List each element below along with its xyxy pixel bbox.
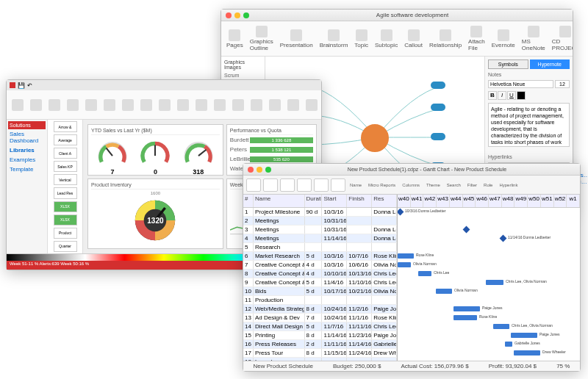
- toolbar-button[interactable]: [331, 178, 345, 192]
- ribbon-button[interactable]: [83, 98, 99, 112]
- ribbon-button[interactable]: [212, 98, 228, 112]
- ribbon-button[interactable]: [101, 98, 118, 112]
- gantt-bar[interactable]: [453, 306, 480, 311]
- gantt-bar[interactable]: [486, 280, 503, 285]
- ribbon-evernote[interactable]: Evernote: [490, 29, 517, 49]
- sidebar-item[interactable]: Libraries: [8, 145, 46, 155]
- ribbon-button[interactable]: [65, 98, 81, 112]
- tab-symbols[interactable]: Symbols: [488, 59, 528, 69]
- gantt-bar[interactable]: [453, 315, 477, 320]
- gantt-bar[interactable]: [398, 253, 414, 259]
- tab-hypernote[interactable]: Hypernote: [530, 59, 570, 69]
- ribbon-brainstorm[interactable]: Brainstorm: [318, 29, 351, 49]
- library-thumb[interactable]: Average: [54, 134, 77, 145]
- table-row[interactable]: 11Production: [243, 296, 397, 305]
- mm-node[interactable]: [431, 133, 445, 140]
- table-row[interactable]: 18Launch: [243, 358, 397, 361]
- ribbon-graphics-outline[interactable]: Graphics Outline: [248, 25, 276, 52]
- library-thumb[interactable]: Lead Res: [54, 187, 77, 198]
- table-row[interactable]: 13Ad Design & Dev7 d10/24/1611/1/16Rose …: [243, 314, 397, 322]
- library-thumb[interactable]: Vertical: [54, 174, 77, 185]
- central-node[interactable]: [361, 124, 389, 152]
- ribbon-callout[interactable]: Callout: [402, 29, 425, 49]
- ribbon-button[interactable]: [304, 98, 320, 112]
- ribbon-ms-onenote[interactable]: MS OneNote: [520, 25, 548, 52]
- toolbar-button[interactable]: [280, 178, 295, 192]
- milestone-diamond[interactable]: [463, 226, 470, 234]
- ribbon-pages[interactable]: Pages: [224, 29, 245, 49]
- ribbon-topic[interactable]: Topic: [352, 29, 370, 49]
- library-thumb[interactable]: Client A: [54, 148, 77, 159]
- gantt-bar[interactable]: [514, 350, 540, 355]
- table-row[interactable]: 4Meetings11/14/16Donna Ledbetter: [243, 234, 397, 243]
- ribbon-button[interactable]: [157, 98, 173, 112]
- ribbon-subtopic[interactable]: Subtopic: [373, 29, 400, 49]
- ribbon-relationship[interactable]: Relationship: [427, 29, 464, 49]
- ribbon-button[interactable]: [193, 98, 209, 112]
- toolbar-button[interactable]: [263, 178, 278, 192]
- table-row[interactable]: 5Research: [243, 243, 397, 252]
- sidebar-item[interactable]: Template: [8, 165, 46, 174]
- gantt-chart[interactable]: w40w41w42w43w44w45w46w47w48w49w50w51w52w…: [398, 195, 580, 361]
- gantt-bar[interactable]: [418, 271, 431, 276]
- table-row[interactable]: 6Market Research5 d10/3/1610/7/16Rose Kl…: [243, 252, 397, 261]
- ribbon-button[interactable]: [175, 98, 191, 112]
- ribbon-button[interactable]: [248, 98, 265, 112]
- library-thumb[interactable]: XLSX: [54, 214, 77, 225]
- milestone-diamond[interactable]: [500, 235, 507, 242]
- library-thumb[interactable]: Quarter: [54, 241, 77, 252]
- bold-icon[interactable]: B: [488, 91, 497, 100]
- ribbon-button[interactable]: [46, 98, 62, 112]
- table-row[interactable]: 7Creative Concept & Design 14 d10/3/1610…: [243, 261, 397, 270]
- gantt-bar[interactable]: [505, 342, 512, 347]
- table-row[interactable]: 2Meetings10/31/16: [243, 217, 397, 225]
- table-row[interactable]: 16Press Releases2 d11/11/1611/14/16Gabri…: [243, 340, 397, 349]
- ribbon-cd-project[interactable]: CD PROJECT: [550, 25, 573, 52]
- gantt-bar[interactable]: [436, 289, 452, 294]
- milestone-diamond[interactable]: [398, 209, 404, 216]
- table-row[interactable]: 14Direct Mail Design5 d11/7/1611/11/16Ch…: [243, 322, 397, 331]
- italic-icon[interactable]: I: [498, 91, 506, 100]
- ribbon-button[interactable]: [267, 98, 283, 112]
- table-row[interactable]: 12Web/Media Strategy8 d10/24/1611/2/16Pa…: [243, 305, 397, 314]
- toolbar-button[interactable]: [314, 178, 329, 192]
- underline-icon[interactable]: U: [507, 91, 516, 100]
- table-row[interactable]: 9Creative Concept & Design 35 d11/4/1611…: [243, 278, 397, 287]
- ribbon-button[interactable]: [138, 98, 154, 112]
- close-icon[interactable]: [248, 167, 254, 173]
- ribbon-presentation[interactable]: Presentation: [278, 29, 315, 49]
- gantt-bar[interactable]: [511, 333, 537, 338]
- toolbar-button[interactable]: [246, 178, 261, 192]
- ribbon-button[interactable]: [28, 98, 44, 112]
- ribbon-button[interactable]: [120, 98, 136, 112]
- library-thumb[interactable]: XLSX: [54, 201, 77, 212]
- mm-node[interactable]: [431, 82, 445, 89]
- sidebar-item[interactable]: Examples: [8, 155, 46, 165]
- library-thumb[interactable]: Product: [54, 228, 77, 239]
- minimize-icon[interactable]: [257, 167, 262, 173]
- zoom-icon[interactable]: [265, 167, 271, 173]
- table-row[interactable]: 3Meetings10/31/16Donna Ledbetter: [243, 225, 397, 234]
- font-select[interactable]: Helvetica Neue: [488, 80, 553, 88]
- qat-undo-icon[interactable]: ↶: [27, 82, 32, 89]
- ribbon-button[interactable]: [285, 98, 301, 112]
- ribbon-attach-file[interactable]: Attach File: [466, 25, 487, 52]
- table-row[interactable]: 17Press Tour8 d11/15/1611/24/16Drew Whee…: [243, 349, 397, 358]
- ribbon-button[interactable]: [10, 98, 26, 112]
- font-size[interactable]: 12: [555, 80, 570, 88]
- notes-text[interactable]: Agile - relating to or denoting a method…: [488, 103, 570, 147]
- table-row[interactable]: 1Project Milestone90 d10/3/16Donna Ledbe…: [243, 208, 397, 217]
- library-thumb[interactable]: Arrow &: [54, 121, 77, 132]
- minimize-icon[interactable]: [234, 12, 240, 18]
- gantt-bar[interactable]: [398, 262, 411, 267]
- library-thumb[interactable]: Sales KP: [54, 161, 77, 172]
- table-row[interactable]: 8Creative Concept & Design 24 d10/10/161…: [243, 270, 397, 278]
- qat-save-icon[interactable]: 💾: [18, 82, 25, 89]
- color-icon[interactable]: [517, 91, 526, 100]
- close-icon[interactable]: [226, 12, 232, 18]
- table-row[interactable]: 10Bids5 d10/17/1610/21/16Olivia Norman: [243, 287, 397, 296]
- toolbar-button[interactable]: [297, 178, 312, 192]
- gantt-bar[interactable]: [493, 324, 509, 329]
- sidebar-item[interactable]: Sales Dashboard: [8, 129, 46, 145]
- ribbon-button[interactable]: [230, 98, 246, 112]
